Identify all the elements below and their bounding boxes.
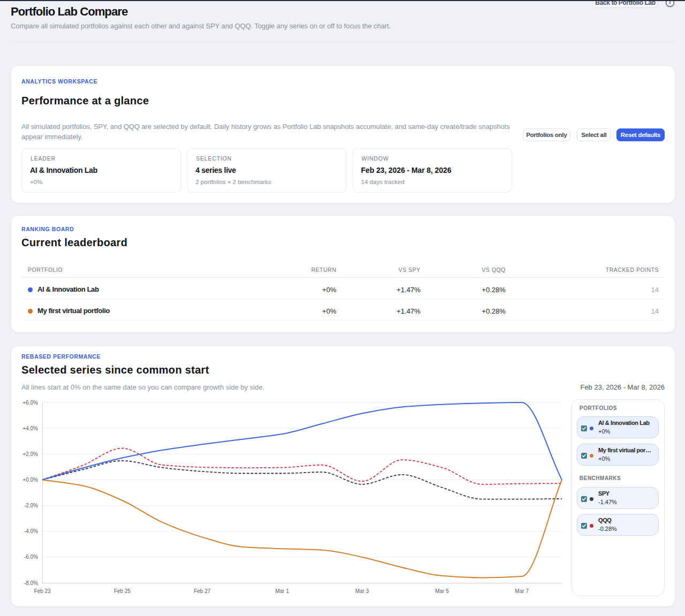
svg-text:Feb 27: Feb 27	[194, 588, 211, 594]
svg-text:Mar 3: Mar 3	[355, 588, 369, 594]
svg-text:+4.0%: +4.0%	[22, 425, 38, 431]
svg-text:-8.0%: -8.0%	[24, 580, 38, 586]
svg-text:Feb 23: Feb 23	[34, 588, 51, 594]
svg-text:Mar 5: Mar 5	[435, 588, 449, 594]
svg-text:-4.0%: -4.0%	[24, 528, 38, 534]
svg-text:Mar 7: Mar 7	[515, 588, 529, 594]
svg-text:+0.0%: +0.0%	[22, 477, 38, 483]
svg-text:-6.0%: -6.0%	[24, 554, 38, 560]
svg-text:-2.0%: -2.0%	[24, 503, 38, 508]
svg-text:Feb 25: Feb 25	[114, 588, 131, 594]
svg-text:+6.0%: +6.0%	[22, 400, 38, 406]
svg-text:+2.0%: +2.0%	[22, 451, 38, 457]
svg-text:Mar 1: Mar 1	[275, 588, 289, 594]
